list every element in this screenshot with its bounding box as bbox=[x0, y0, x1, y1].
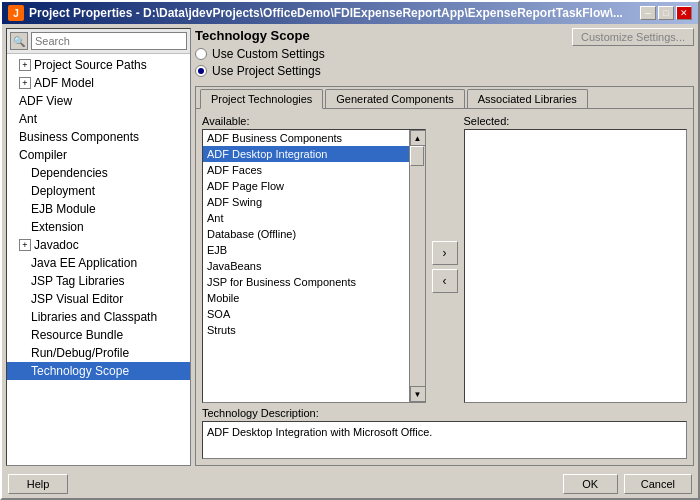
available-list-item[interactable]: ADF Business Components bbox=[203, 130, 409, 146]
lists-row: Available: ADF Business ComponentsADF De… bbox=[202, 115, 687, 403]
tree-item-label: JSP Tag Libraries bbox=[31, 274, 125, 288]
selected-label: Selected: bbox=[464, 115, 688, 127]
tab-content: Available: ADF Business ComponentsADF De… bbox=[196, 108, 693, 465]
tree-item[interactable]: Dependencies bbox=[7, 164, 190, 182]
tree-item-label: Javadoc bbox=[34, 238, 79, 252]
available-list-item[interactable]: Database (Offline) bbox=[203, 226, 409, 242]
tree-item[interactable]: Ant bbox=[7, 110, 190, 128]
available-list-item[interactable]: JavaBeans bbox=[203, 258, 409, 274]
tree-item-label: Project Source Paths bbox=[34, 58, 147, 72]
tabs-container: Project Technologies Generated Component… bbox=[195, 86, 694, 466]
available-list-item[interactable]: Ant bbox=[203, 210, 409, 226]
radio-custom-settings-row[interactable]: Use Custom Settings bbox=[195, 47, 325, 61]
move-right-button[interactable]: › bbox=[432, 241, 458, 265]
scroll-up-button[interactable]: ▲ bbox=[410, 130, 426, 146]
tree-item-label: Business Components bbox=[19, 130, 139, 144]
tree-item-label: Ant bbox=[19, 112, 37, 126]
available-list-item[interactable]: ADF Swing bbox=[203, 194, 409, 210]
radio-project-settings-row[interactable]: Use Project Settings bbox=[195, 64, 325, 78]
scroll-down-button[interactable]: ▼ bbox=[410, 386, 426, 402]
available-list: ADF Business ComponentsADF Desktop Integ… bbox=[203, 130, 409, 402]
available-list-item[interactable]: JSP for Business Components bbox=[203, 274, 409, 290]
window-title: Project Properties - D:\Data\jdevProject… bbox=[29, 6, 623, 20]
customize-settings-button[interactable]: Customize Settings... bbox=[572, 28, 694, 46]
titlebar: J Project Properties - D:\Data\jdevProje… bbox=[2, 2, 698, 24]
tree: +Project Source Paths+ADF ModelADF ViewA… bbox=[7, 54, 190, 465]
available-list-container: ADF Business ComponentsADF Desktop Integ… bbox=[202, 129, 426, 403]
tree-item[interactable]: Extension bbox=[7, 218, 190, 236]
tree-item-label: ADF View bbox=[19, 94, 72, 108]
tree-item[interactable]: Deployment bbox=[7, 182, 190, 200]
tree-item[interactable]: +Project Source Paths bbox=[7, 56, 190, 74]
tree-item-label: Run/Debug/Profile bbox=[31, 346, 129, 360]
cancel-button[interactable]: Cancel bbox=[624, 474, 692, 494]
tree-item[interactable]: JSP Visual Editor bbox=[7, 290, 190, 308]
search-bar: 🔍 bbox=[7, 29, 190, 54]
tree-item-label: JSP Visual Editor bbox=[31, 292, 123, 306]
maximize-button[interactable]: □ bbox=[658, 6, 674, 20]
expand-icon[interactable]: + bbox=[19, 77, 31, 89]
left-panel: 🔍 +Project Source Paths+ADF ModelADF Vie… bbox=[6, 28, 191, 466]
radio-group: Use Custom Settings Use Project Settings bbox=[195, 47, 325, 78]
tree-item[interactable]: Compiler bbox=[7, 146, 190, 164]
available-list-item[interactable]: EJB bbox=[203, 242, 409, 258]
tab-associated-libraries[interactable]: Associated Libraries bbox=[467, 89, 588, 108]
bottom-bar: Help OK Cancel bbox=[2, 470, 698, 498]
available-label: Available: bbox=[202, 115, 426, 127]
ok-button[interactable]: OK bbox=[563, 474, 618, 494]
available-section: Available: ADF Business ComponentsADF De… bbox=[202, 115, 426, 403]
main-window: J Project Properties - D:\Data\jdevProje… bbox=[0, 0, 700, 500]
tree-item[interactable]: Technology Scope bbox=[7, 362, 190, 380]
description-section: Technology Description: ADF Desktop Inte… bbox=[202, 407, 687, 459]
tree-item-label: Libraries and Classpath bbox=[31, 310, 157, 324]
selected-section: Selected: bbox=[464, 115, 688, 403]
tree-item-label: Resource Bundle bbox=[31, 328, 123, 342]
tab-generated-components[interactable]: Generated Components bbox=[325, 89, 464, 108]
scroll-track bbox=[410, 146, 425, 386]
tree-item[interactable]: +ADF Model bbox=[7, 74, 190, 92]
close-button[interactable]: ✕ bbox=[676, 6, 692, 20]
right-panel: Technology Scope Use Custom Settings Use… bbox=[195, 28, 694, 466]
tree-item-label: Extension bbox=[31, 220, 84, 234]
minimize-button[interactable]: ─ bbox=[640, 6, 656, 20]
available-list-item[interactable]: SOA bbox=[203, 306, 409, 322]
main-content: 🔍 +Project Source Paths+ADF ModelADF Vie… bbox=[2, 24, 698, 470]
available-list-item[interactable]: Mobile bbox=[203, 290, 409, 306]
description-box: ADF Desktop Integration with Microsoft O… bbox=[202, 421, 687, 459]
radio-custom-label: Use Custom Settings bbox=[212, 47, 325, 61]
available-list-item[interactable]: Struts bbox=[203, 322, 409, 338]
section-title: Technology Scope bbox=[195, 28, 325, 43]
tree-item[interactable]: ADF View bbox=[7, 92, 190, 110]
description-label: Technology Description: bbox=[202, 407, 687, 419]
scroll-thumb[interactable] bbox=[410, 146, 424, 166]
tree-item[interactable]: JSP Tag Libraries bbox=[7, 272, 190, 290]
tab-bar: Project Technologies Generated Component… bbox=[196, 87, 693, 108]
expand-icon[interactable]: + bbox=[19, 59, 31, 71]
tree-item[interactable]: Resource Bundle bbox=[7, 326, 190, 344]
search-input[interactable] bbox=[31, 32, 187, 50]
right-buttons: OK Cancel bbox=[563, 474, 692, 494]
tree-item-label: Dependencies bbox=[31, 166, 108, 180]
available-list-item[interactable]: ADF Faces bbox=[203, 162, 409, 178]
tree-item[interactable]: Business Components bbox=[7, 128, 190, 146]
titlebar-buttons: ─ □ ✕ bbox=[640, 6, 692, 20]
tree-item-label: Technology Scope bbox=[31, 364, 129, 378]
available-list-item[interactable]: ADF Desktop Integration bbox=[203, 146, 409, 162]
move-left-button[interactable]: ‹ bbox=[432, 269, 458, 293]
tree-item-label: EJB Module bbox=[31, 202, 96, 216]
available-list-item[interactable]: ADF Page Flow bbox=[203, 178, 409, 194]
expand-icon[interactable]: + bbox=[19, 239, 31, 251]
radio-project-label: Use Project Settings bbox=[212, 64, 321, 78]
radio-custom-settings[interactable] bbox=[195, 48, 207, 60]
tree-item[interactable]: Run/Debug/Profile bbox=[7, 344, 190, 362]
tree-item[interactable]: Java EE Application bbox=[7, 254, 190, 272]
radio-project-settings[interactable] bbox=[195, 65, 207, 77]
help-button[interactable]: Help bbox=[8, 474, 68, 494]
tree-item[interactable]: +Javadoc bbox=[7, 236, 190, 254]
tree-item[interactable]: EJB Module bbox=[7, 200, 190, 218]
tree-item[interactable]: Libraries and Classpath bbox=[7, 308, 190, 326]
tree-item-label: Compiler bbox=[19, 148, 67, 162]
tree-item-label: Deployment bbox=[31, 184, 95, 198]
arrows-column: › ‹ bbox=[432, 115, 458, 403]
tab-project-technologies[interactable]: Project Technologies bbox=[200, 89, 323, 109]
